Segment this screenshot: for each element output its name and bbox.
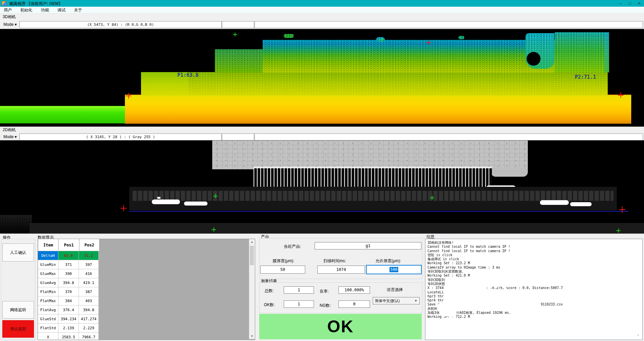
status-segment [255, 21, 643, 28]
status-segment [222, 21, 254, 28]
status-segment [255, 133, 643, 140]
ok-count-label: OK数: [264, 302, 275, 308]
log-line: 等到3D取到灰度图数据。 [427, 270, 563, 274]
log-line: 集成调试 is click [427, 257, 563, 261]
table-cell: GlueStd [38, 315, 58, 324]
heightmap-base-slab [125, 95, 631, 124]
crosshair-marker [380, 38, 384, 42]
scrollbar-thumb[interactable] [250, 246, 254, 265]
log-line: Cannot find local IF to match camera IP … [427, 245, 563, 249]
table-cell: 63.8 [58, 251, 79, 260]
table-cell: FlatAvg [38, 305, 58, 315]
log-line: 登陆 is click [427, 253, 563, 257]
table-row[interactable]: X2583.57966.7 [38, 333, 255, 340]
yield-label: 良率: [320, 289, 329, 294]
log-line: Working Set : 421.0 M [427, 274, 563, 278]
close-button[interactable]: ✕ [635, 0, 644, 7]
crosshair-marker [212, 227, 216, 232]
current-product-label: 当前产品: [284, 244, 301, 249]
connector-top-edge [254, 167, 492, 168]
menu-init[interactable]: 初始化 [16, 7, 36, 13]
solder-blob [570, 202, 592, 206]
pcb-board [212, 140, 528, 169]
camera2d-view[interactable] [0, 140, 644, 234]
minimize-button[interactable]: – [616, 0, 625, 7]
table-cell: 394.234 [58, 315, 79, 324]
chevron-down-icon: ▼ [414, 297, 417, 304]
stage-debris [0, 215, 32, 233]
table-cell: 419.1 [79, 278, 99, 287]
allow-thickness-field[interactable]: 500 [366, 265, 422, 274]
log-line: hpr3 thr [427, 294, 563, 298]
camera2d-label: 2D相机 [3, 127, 16, 132]
crosshair-marker [233, 33, 237, 37]
table-row[interactable]: GlueStd394.234417.274 [38, 315, 255, 324]
p1-measurement-label: P1:63.8 [177, 72, 198, 78]
table-cell: FlatStd [38, 324, 58, 333]
table-cell: GlueMin [38, 260, 58, 269]
table-row[interactable]: FlatAvg376.4394.8 [38, 305, 255, 315]
scroll-down-icon[interactable]: ▼ [637, 334, 640, 337]
stop-listen-button[interactable]: 停止监听 [2, 320, 34, 338]
camera3d-label: 3D相机 [3, 14, 16, 19]
column-header[interactable]: Pos2 [79, 239, 99, 251]
column-header[interactable]: Pos1 [58, 239, 79, 251]
log-line: Cannot find local IF to match camera IP … [427, 249, 563, 253]
ok-count-field[interactable]: 1 [284, 300, 314, 308]
table-cell: 384 [58, 296, 79, 305]
redaction-blob [440, 310, 455, 317]
network-listen-button[interactable]: 网络监听 [2, 301, 34, 319]
table-cell: X [38, 333, 58, 340]
table-cell: 403 [79, 296, 99, 305]
table-row[interactable]: FlatMin370387 [38, 287, 255, 296]
camera2d-pixel-readout: ( X 3145, Y 28 ) : ( Gray 255 ) [19, 133, 222, 140]
heightmap-left-slab [0, 106, 125, 123]
data-display-grid[interactable]: Item Pos1 Pos2 DeltaH63.871.1GlueMin3713… [38, 239, 255, 340]
camera3d-mode-button[interactable]: Mode ▾ [1, 21, 19, 28]
column-header[interactable]: Item [38, 239, 58, 251]
scroll-up-icon[interactable]: ▲ [249, 239, 255, 245]
menu-about[interactable]: 关于 [70, 7, 86, 13]
scan-time-field[interactable]: 1074 [317, 266, 365, 274]
allow-thickness-label: 允许厚度(μm): [375, 258, 401, 264]
language-select[interactable]: 简体中文(默认) ▼ [373, 297, 420, 304]
film-thickness-field[interactable]: 50 [260, 266, 305, 274]
table-cell: DeltaH [38, 251, 58, 260]
scan-time-label: 扫描时间ms: [323, 258, 346, 264]
status-segment [222, 133, 254, 140]
manual-confirm-button[interactable]: 人工确认 [2, 243, 34, 262]
crosshair-marker [121, 205, 127, 211]
total-label: 总数: [265, 288, 274, 294]
scroll-down-icon[interactable]: ▼ [249, 333, 255, 339]
current-product-field[interactable]: g1 [315, 242, 421, 249]
log-line: hpr4 thr [427, 298, 563, 302]
table-row[interactable]: FlatMax384403 [38, 296, 255, 305]
table-cell: FlatMin [38, 287, 58, 296]
ng-count-field[interactable]: 0 [338, 300, 370, 308]
menu-bar: 用户 初始化 功能 调试 关于 [0, 7, 644, 13]
crosshair-marker [618, 92, 624, 98]
info-log-list[interactable]: 3D相机没有网络!Cannot find local IF to match c… [425, 239, 643, 340]
table-row[interactable]: FlatStd2.1392.229 [38, 324, 255, 333]
table-row[interactable]: GlueMax390416 [38, 269, 255, 278]
table-cell: 71.1 [79, 251, 99, 260]
camera3d-view[interactable]: P1:63.8 P2:71.1 [0, 29, 644, 127]
redaction-blob [464, 279, 523, 287]
log-line: 3D相机没有网络! [427, 241, 563, 245]
table-row[interactable]: GlueMin371397 [38, 260, 255, 269]
solder-blob [157, 197, 160, 199]
pcb-board-tab [491, 167, 528, 177]
menu-debug[interactable]: 调试 [54, 7, 69, 13]
grid-scrollbar[interactable]: ▲ ▼ [249, 239, 255, 339]
table-cell: FlatMax [38, 296, 58, 305]
menu-user[interactable]: 用户 [0, 7, 15, 13]
table-row[interactable]: GlueAvg394.8419.1 [38, 278, 255, 287]
p2-measurement-label: P2:71.1 [575, 74, 596, 80]
camera2d-mode-button[interactable]: Mode ▾ [1, 133, 19, 140]
log-line: X : 3744 /58 Angle : -0.279, Score : 0.0… [427, 286, 563, 290]
total-field[interactable]: 1 [284, 286, 314, 294]
maximize-button[interactable]: □ [625, 0, 635, 7]
table-row[interactable]: DeltaH63.871.1 [38, 251, 255, 260]
menu-function[interactable]: 功能 [37, 7, 53, 13]
yield-field[interactable]: 100.000% [338, 286, 370, 294]
